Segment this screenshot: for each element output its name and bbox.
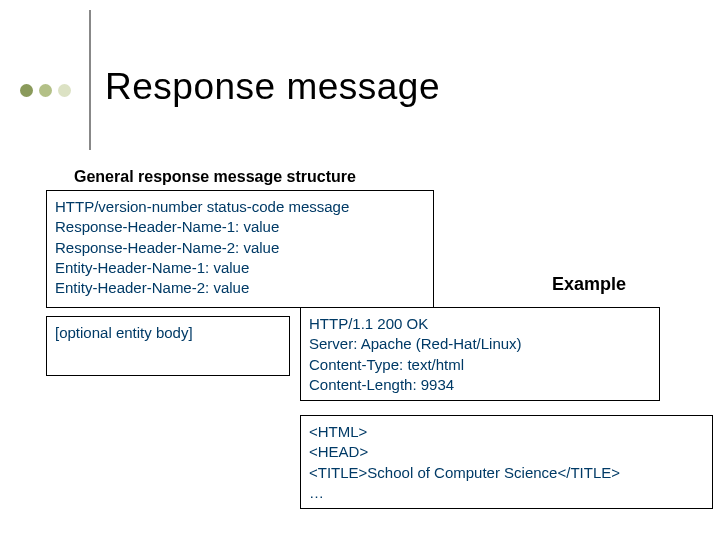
section-subhead: General response message structure bbox=[74, 168, 356, 186]
example-line: Content-Type: text/html bbox=[309, 355, 651, 375]
structure-box: HTTP/version-number status-code message … bbox=[46, 190, 434, 308]
dot-icon bbox=[58, 84, 71, 97]
example-headers-box: HTTP/1.1 200 OK Server: Apache (Red-Hat/… bbox=[300, 307, 660, 401]
structure-line: Entity-Header-Name-1: value bbox=[55, 258, 425, 278]
dot-icon bbox=[20, 84, 33, 97]
structure-line: Response-Header-Name-2: value bbox=[55, 238, 425, 258]
structure-line: Response-Header-Name-1: value bbox=[55, 217, 425, 237]
example-line: <TITLE>School of Computer Science</TITLE… bbox=[309, 463, 704, 483]
structure-line: HTTP/version-number status-code message bbox=[55, 197, 425, 217]
decorative-dots bbox=[20, 84, 71, 97]
example-line: HTTP/1.1 200 OK bbox=[309, 314, 651, 334]
example-body-box: <HTML> <HEAD> <TITLE>School of Computer … bbox=[300, 415, 713, 509]
example-line: Content-Length: 9934 bbox=[309, 375, 651, 395]
dot-icon bbox=[39, 84, 52, 97]
example-line: <HEAD> bbox=[309, 442, 704, 462]
structure-line: Entity-Header-Name-2: value bbox=[55, 278, 425, 298]
slide-title: Response message bbox=[105, 66, 440, 108]
vertical-divider bbox=[89, 10, 91, 150]
example-line: Server: Apache (Red-Hat/Linux) bbox=[309, 334, 651, 354]
slide-header: Response message bbox=[20, 24, 440, 150]
example-label: Example bbox=[552, 274, 626, 295]
example-line: <HTML> bbox=[309, 422, 704, 442]
optional-body-text: [optional entity body] bbox=[55, 323, 281, 343]
optional-body-box: [optional entity body] bbox=[46, 316, 290, 376]
example-line: … bbox=[309, 483, 704, 503]
